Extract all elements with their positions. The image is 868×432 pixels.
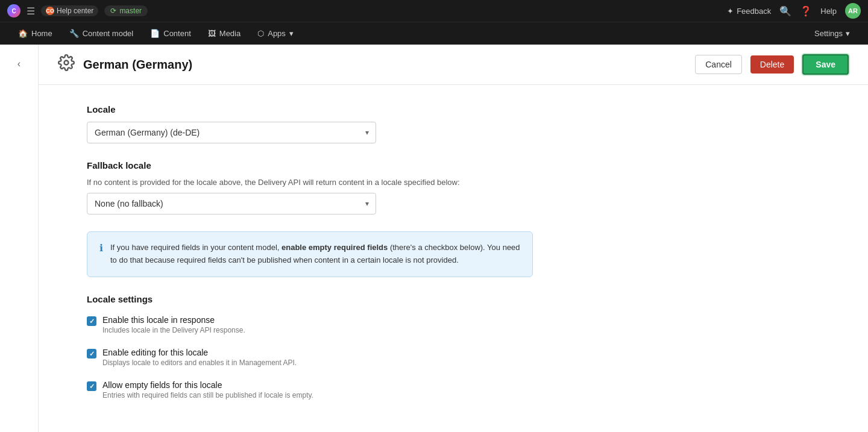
feedback-icon: ✦ <box>727 7 734 16</box>
apps-icon: ⬡ <box>257 29 264 38</box>
branch-icon: ⟳ <box>110 7 116 15</box>
settings-chevron-icon: ▾ <box>846 29 850 38</box>
nav-content-model-label: Content model <box>83 29 134 38</box>
workspace-badge[interactable]: CO Help center <box>41 5 98 16</box>
checkbox-enable-editing: Enable editing for this locale Displays … <box>87 348 533 367</box>
topbar: C ☰ CO Help center ⟳ master ✦ Feedback 🔍… <box>0 0 868 22</box>
fallback-select[interactable]: None (no fallback) <box>87 193 376 214</box>
svg-point-0 <box>64 61 69 65</box>
enable-response-text: Enable this locale in response Includes … <box>102 315 245 334</box>
form-area: Locale German (Germany) (de-DE) ▾ Fallba… <box>39 85 581 432</box>
cancel-button[interactable]: Cancel <box>695 55 742 74</box>
content-icon: 📄 <box>150 29 160 38</box>
info-text-bold: enable empty required fields <box>281 243 388 252</box>
enable-response-label: Enable this locale in response <box>102 315 245 325</box>
nav-home[interactable]: 🏠 Home <box>10 22 61 45</box>
enable-editing-checkbox[interactable] <box>87 349 96 358</box>
allow-empty-text: Allow empty fields for this locale Entri… <box>102 380 313 399</box>
content-wrapper: ‹ German (Germany) Cancel Delete Save Lo… <box>0 45 868 432</box>
nav-apps[interactable]: ⬡ Apps ▾ <box>249 22 302 45</box>
branch-label: master <box>119 7 142 15</box>
app-logo[interactable]: C <box>7 4 20 17</box>
search-icon[interactable]: 🔍 <box>779 5 791 17</box>
allow-empty-sublabel: Entries with required fields can still b… <box>102 391 313 399</box>
media-icon: 🖼 <box>208 29 216 38</box>
info-text-prefix: If you have required fields in your cont… <box>110 243 281 252</box>
checkbox-allow-empty: Allow empty fields for this locale Entri… <box>87 380 533 399</box>
nav-media-label: Media <box>219 29 241 38</box>
nav-content-label: Content <box>163 29 191 38</box>
enable-editing-sublabel: Displays locale to editors and enables i… <box>102 358 297 367</box>
settings-gear-icon <box>58 54 75 75</box>
fallback-select-wrapper: None (no fallback) ▾ <box>87 193 376 214</box>
locale-select-wrapper: German (Germany) (de-DE) ▾ <box>87 122 376 143</box>
info-text: If you have required fields in your cont… <box>110 242 520 267</box>
branch-badge[interactable]: ⟳ master <box>104 5 148 16</box>
left-sidebar: ‹ <box>0 45 39 432</box>
user-avatar[interactable]: AR <box>845 3 861 19</box>
settings-label: Settings <box>814 29 843 38</box>
nav-home-label: Home <box>31 29 52 38</box>
save-button[interactable]: Save <box>802 54 849 75</box>
fallback-desc: If no content is provided for the locale… <box>87 178 533 187</box>
settings-menu[interactable]: Settings ▾ <box>806 22 858 45</box>
apps-chevron-icon: ▾ <box>289 29 294 38</box>
home-icon: 🏠 <box>18 29 28 38</box>
workspace-label: Help center <box>57 7 93 15</box>
workspace-dot: CO <box>46 7 54 15</box>
delete-button[interactable]: Delete <box>750 55 794 74</box>
fallback-section: Fallback locale If no content is provide… <box>87 160 533 214</box>
checkbox-enable-response: Enable this locale in response Includes … <box>87 315 533 334</box>
help-circle-icon[interactable]: ❓ <box>800 5 812 17</box>
locale-settings-title: Locale settings <box>87 294 533 304</box>
topbar-right: ✦ Feedback 🔍 ❓ Help AR <box>727 3 861 19</box>
feedback-button[interactable]: ✦ Feedback <box>727 7 771 16</box>
feedback-label: Feedback <box>737 7 771 16</box>
enable-response-checkbox[interactable] <box>87 316 96 326</box>
nav-apps-label: Apps <box>268 29 286 38</box>
navbar-items: 🏠 Home 🔧 Content model 📄 Content 🖼 Media… <box>10 22 806 45</box>
enable-editing-label: Enable editing for this locale <box>102 348 297 357</box>
back-button[interactable]: ‹ <box>10 54 29 74</box>
locale-label: Locale <box>87 104 533 114</box>
fallback-label: Fallback locale <box>87 160 533 171</box>
nav-content[interactable]: 📄 Content <box>142 22 200 45</box>
navbar: 🏠 Home 🔧 Content model 📄 Content 🖼 Media… <box>0 22 868 45</box>
nav-content-model[interactable]: 🔧 Content model <box>61 22 142 45</box>
enable-editing-text: Enable editing for this locale Displays … <box>102 348 297 367</box>
page-header: German (Germany) Cancel Delete Save <box>39 45 868 85</box>
help-label: Help <box>820 7 837 16</box>
info-icon: ℹ <box>99 242 103 254</box>
allow-empty-checkbox[interactable] <box>87 381 96 391</box>
main-content: German (Germany) Cancel Delete Save Loca… <box>39 45 868 432</box>
enable-response-sublabel: Includes locale in the Delivery API resp… <box>102 326 245 334</box>
page-title: German (Germany) <box>83 58 687 72</box>
nav-media[interactable]: 🖼 Media <box>200 22 249 45</box>
content-model-icon: 🔧 <box>69 29 79 38</box>
info-box: ℹ If you have required fields in your co… <box>87 231 533 277</box>
locale-settings-section: Locale settings Enable this locale in re… <box>87 294 533 399</box>
allow-empty-label: Allow empty fields for this locale <box>102 380 313 390</box>
locale-select[interactable]: German (Germany) (de-DE) <box>87 122 376 143</box>
hamburger-menu[interactable]: ☰ <box>27 5 35 17</box>
locale-section: Locale German (Germany) (de-DE) ▾ <box>87 104 533 143</box>
